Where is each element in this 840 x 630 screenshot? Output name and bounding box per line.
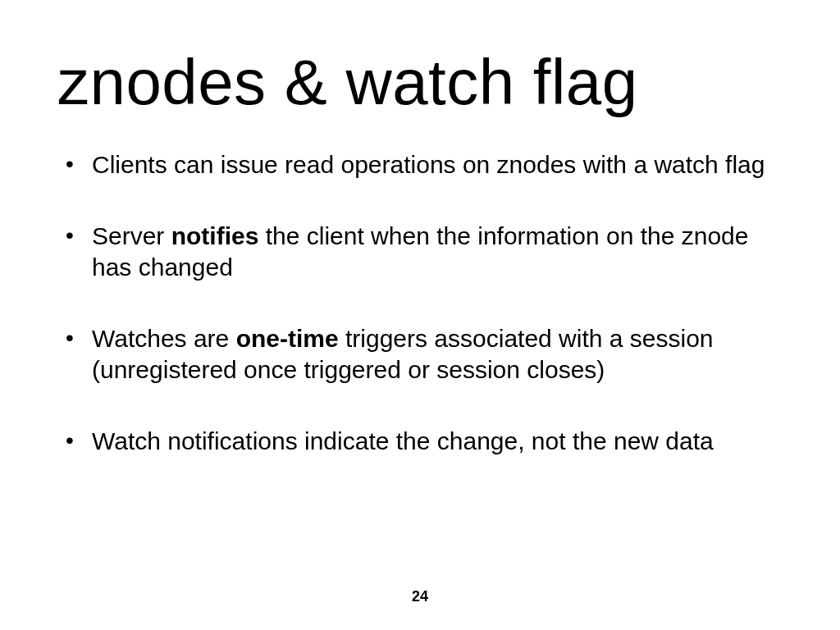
bullet-text-bold: notifies bbox=[171, 222, 259, 249]
slide: znodes & watch flag Clients can issue re… bbox=[0, 0, 840, 630]
list-item: Watch notifications indicate the change,… bbox=[57, 426, 783, 457]
bullet-text-pre: Server bbox=[92, 222, 171, 249]
bullet-text-pre: Watch notifications indicate the change,… bbox=[92, 427, 714, 454]
list-item: Server notifies the client when the info… bbox=[57, 221, 783, 282]
bullet-text-pre: Clients can issue read operations on zno… bbox=[92, 151, 765, 178]
page-number: 24 bbox=[0, 588, 840, 605]
slide-title: znodes & watch flag bbox=[57, 49, 783, 116]
bullet-text-bold: one-time bbox=[236, 325, 339, 352]
bullet-text-pre: Watches are bbox=[92, 325, 236, 352]
bullet-list: Clients can issue read operations on zno… bbox=[57, 149, 783, 457]
list-item: Watches are one-time triggers associated… bbox=[57, 323, 783, 385]
list-item: Clients can issue read operations on zno… bbox=[57, 149, 783, 180]
